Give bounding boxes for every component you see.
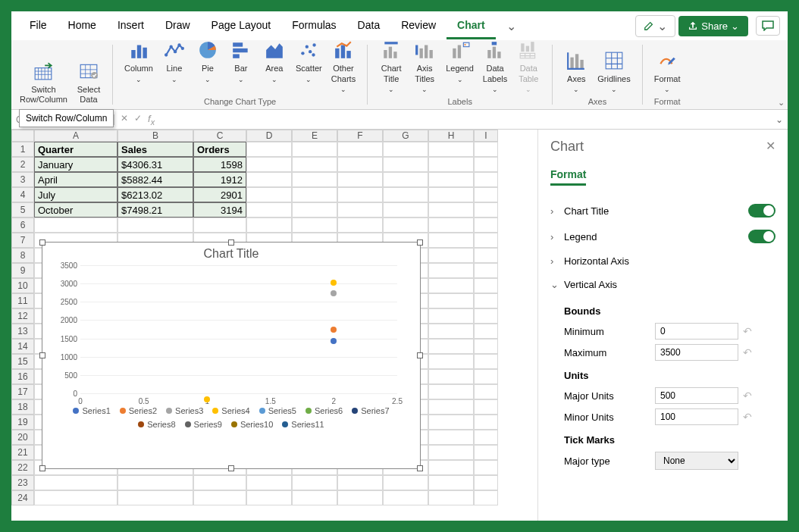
cell-H4[interactable]: [428, 187, 474, 202]
col-header-F[interactable]: F: [337, 130, 383, 142]
cell-I11[interactable]: [474, 293, 498, 308]
cell-H11[interactable]: [428, 293, 474, 308]
cell-G24[interactable]: [383, 490, 428, 505]
cell-H18[interactable]: [428, 399, 474, 415]
cell-G2[interactable]: [383, 157, 428, 172]
cell-A2[interactable]: January: [34, 157, 118, 172]
format-tab[interactable]: Format: [550, 168, 586, 186]
data-point[interactable]: [331, 280, 337, 286]
cell-H15[interactable]: [428, 354, 474, 369]
resize-handle[interactable]: [228, 239, 234, 246]
reset-icon[interactable]: ↶: [743, 390, 752, 402]
menu-review[interactable]: Review: [390, 13, 446, 39]
menu-file[interactable]: File: [19, 13, 58, 39]
cell-G23[interactable]: [383, 475, 428, 490]
cell-I3[interactable]: [474, 172, 498, 187]
chart-object[interactable]: Chart Title 0500100015002000250030003500…: [42, 242, 421, 469]
ribbon-switch-rc-button[interactable]: SwitchRow/Column: [16, 58, 71, 106]
cell-H22[interactable]: [428, 460, 474, 475]
ribbon-at-button[interactable]: AxisTitles⌄: [409, 36, 440, 95]
cell-D2[interactable]: [246, 157, 292, 172]
cell-H21[interactable]: [428, 445, 474, 460]
cell-D5[interactable]: [246, 202, 292, 217]
panel-row-legend[interactable]: ›Legend: [550, 224, 776, 249]
cell-I19[interactable]: [474, 415, 498, 430]
cell-H16[interactable]: [428, 369, 474, 384]
menu-page-layout[interactable]: Page Layout: [201, 13, 282, 39]
reset-icon[interactable]: ↶: [743, 325, 752, 337]
cell-H20[interactable]: [428, 430, 474, 445]
cell-F6[interactable]: [337, 217, 383, 233]
ribbon-pie-button[interactable]: Pie⌄: [192, 36, 224, 95]
cell-F24[interactable]: [337, 490, 383, 505]
cell-F5[interactable]: [337, 202, 383, 217]
cell-I20[interactable]: [474, 430, 498, 445]
resize-handle[interactable]: [417, 352, 423, 358]
cell-E24[interactable]: [292, 490, 337, 505]
cell-I4[interactable]: [474, 187, 498, 202]
cell-H3[interactable]: [428, 172, 474, 187]
cell-G4[interactable]: [383, 187, 428, 202]
cell-G3[interactable]: [383, 172, 428, 187]
row-header-20[interactable]: 20: [11, 430, 34, 445]
cell-A6[interactable]: [34, 217, 118, 233]
ribbon-fmt-button[interactable]: Format⌄: [650, 47, 685, 95]
cell-B5[interactable]: $7498.21: [118, 202, 193, 217]
cell-F1[interactable]: [337, 142, 383, 157]
cell-A23[interactable]: [34, 475, 118, 490]
cell-H5[interactable]: [428, 202, 474, 217]
cell-I10[interactable]: [474, 278, 498, 293]
maximum-input[interactable]: [655, 344, 738, 361]
chart-plot-area[interactable]: 050010001500200025003000350000.511.522.5: [80, 265, 397, 394]
legend-item[interactable]: Series2: [120, 406, 157, 415]
row-header-7[interactable]: 7: [11, 233, 34, 248]
cell-I24[interactable]: [474, 490, 498, 505]
cell-I6[interactable]: [474, 217, 498, 233]
cell-I22[interactable]: [474, 460, 498, 475]
formula-accept-icon[interactable]: ✓: [134, 113, 142, 127]
row-header-19[interactable]: 19: [11, 415, 34, 430]
legend-item[interactable]: Series10: [231, 420, 273, 429]
cell-E4[interactable]: [292, 187, 337, 202]
cell-B1[interactable]: Sales: [118, 142, 193, 157]
ribbon-grd-button[interactable]: Gridlines⌄: [594, 47, 634, 95]
resize-handle[interactable]: [39, 352, 45, 358]
resize-handle[interactable]: [417, 239, 423, 246]
cell-B23[interactable]: [118, 475, 193, 490]
row-header-13[interactable]: 13: [11, 324, 34, 339]
col-header-H[interactable]: H: [428, 130, 474, 142]
row-header-22[interactable]: 22: [11, 460, 34, 475]
cell-E23[interactable]: [292, 475, 337, 490]
cell-H2[interactable]: [428, 157, 474, 172]
legend-item[interactable]: Series9: [185, 420, 222, 429]
col-header-B[interactable]: B: [118, 130, 193, 142]
cell-B24[interactable]: [118, 490, 193, 505]
cell-I23[interactable]: [474, 475, 498, 490]
panel-row-chart-title[interactable]: ›Chart Title: [550, 198, 776, 224]
cell-A3[interactable]: April: [34, 172, 118, 187]
cell-I14[interactable]: [474, 339, 498, 354]
legend-item[interactable]: Series5: [259, 406, 296, 415]
cell-C2[interactable]: 1598: [193, 157, 246, 172]
row-header-2[interactable]: 2: [11, 157, 34, 172]
cell-I5[interactable]: [474, 202, 498, 217]
cell-B3[interactable]: $5882.44: [118, 172, 193, 187]
row-header-6[interactable]: 6: [11, 217, 34, 233]
ribbon-scatter-button[interactable]: Scatter⌄: [292, 36, 326, 95]
cell-I13[interactable]: [474, 324, 498, 339]
legend-item[interactable]: Series11: [282, 420, 324, 429]
menu-chart[interactable]: Chart: [446, 13, 496, 39]
minor-units-input[interactable]: [655, 408, 738, 425]
major-type-select[interactable]: None: [655, 452, 738, 470]
cell-H7[interactable]: [428, 233, 474, 248]
cell-I17[interactable]: [474, 384, 498, 399]
cell-C3[interactable]: 1912: [193, 172, 246, 187]
formula-cancel-icon[interactable]: ✕: [121, 113, 128, 127]
menu-data[interactable]: Data: [347, 13, 391, 39]
cell-C24[interactable]: [193, 490, 246, 505]
ribbon-ct-button[interactable]: ChartTitle⌄: [375, 36, 407, 95]
ribbon-axes-button[interactable]: Axes⌄: [560, 47, 592, 95]
cell-C1[interactable]: Orders: [193, 142, 246, 157]
cell-H13[interactable]: [428, 324, 474, 339]
cell-I16[interactable]: [474, 369, 498, 384]
